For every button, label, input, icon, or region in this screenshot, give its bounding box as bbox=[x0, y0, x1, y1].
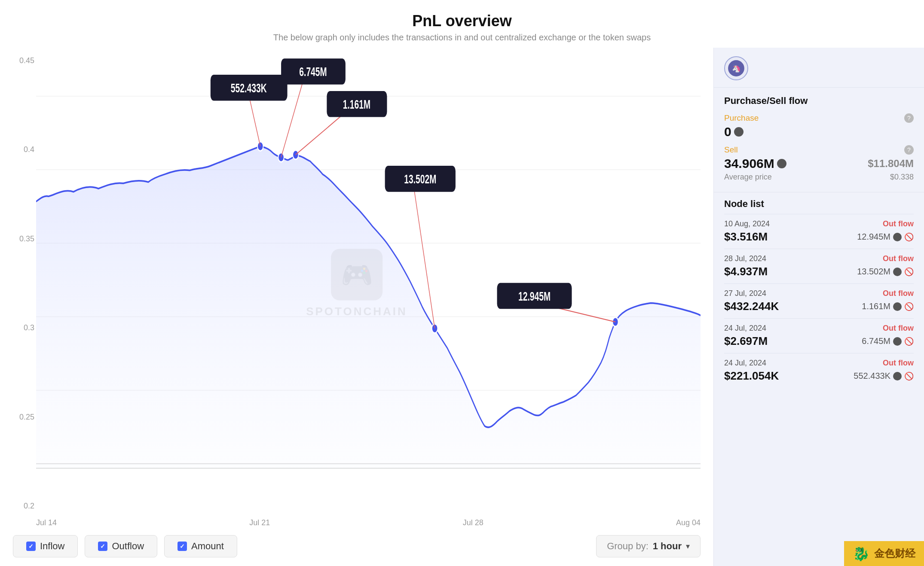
sell-token-icon bbox=[777, 159, 786, 168]
x-label-2: Jul 21 bbox=[249, 518, 270, 527]
purchase-label-row: Purchase ? bbox=[724, 113, 914, 123]
node-token-amount-0: 12.945M 🚫 bbox=[857, 232, 914, 242]
svg-text:13.502M: 13.502M bbox=[404, 172, 436, 186]
node-date-3: 24 Jul, 2024 bbox=[724, 324, 766, 333]
purchase-label: Purchase bbox=[724, 113, 759, 123]
node-hide-icon-1[interactable]: 🚫 bbox=[904, 267, 914, 277]
node-top-row-0: 10 Aug, 2024 Out flow bbox=[724, 219, 914, 228]
node-token-amount-2: 1.161M 🚫 bbox=[862, 301, 914, 311]
node-flow-type-2: Out flow bbox=[883, 289, 914, 298]
node-item: 24 Jul, 2024 Out flow $2.697M 6.745M 🚫 bbox=[724, 318, 914, 353]
token-header: 🦄 bbox=[714, 48, 924, 88]
node-token-icon-2 bbox=[893, 302, 902, 311]
token-avatar: 🦄 bbox=[724, 56, 748, 80]
outflow-checkbox[interactable]: Outflow bbox=[85, 535, 157, 557]
sell-value-row: 34.906M $11.804M bbox=[724, 156, 914, 171]
sell-value: 34.906M bbox=[724, 156, 786, 171]
purchase-token-icon bbox=[734, 127, 743, 137]
y-axis: 0.45 0.4 0.35 0.3 0.25 0.2 bbox=[13, 52, 36, 515]
sell-value-usd: $11.804M bbox=[868, 158, 914, 170]
inflow-label: Inflow bbox=[40, 541, 64, 552]
node-token-amount-1: 13.502M 🚫 bbox=[857, 267, 914, 277]
amount-label: Amount bbox=[191, 541, 224, 552]
group-by-selector[interactable]: Group by: 1 hour ▾ bbox=[596, 535, 701, 557]
inflow-checkbox[interactable]: Inflow bbox=[13, 535, 78, 557]
sell-help-icon[interactable]: ? bbox=[904, 145, 914, 155]
node-top-row-2: 27 Jul, 2024 Out flow bbox=[724, 289, 914, 298]
price-chart: 552.433K 6.745M 1.161M 13.502M 12.945M bbox=[36, 52, 701, 494]
node-list-title: Node list bbox=[724, 198, 914, 210]
page-header: PnL overview The below graph only includ… bbox=[0, 0, 924, 48]
y-label-3: 0.35 bbox=[13, 234, 34, 243]
group-by-dropdown-arrow: ▾ bbox=[686, 542, 690, 551]
node-hide-icon-4[interactable]: 🚫 bbox=[904, 371, 914, 381]
node-token-icon-1 bbox=[893, 268, 902, 276]
brand-text: 金色财经 bbox=[874, 547, 915, 560]
purchase-value: 0 bbox=[724, 125, 743, 139]
avg-price-label: Average price bbox=[724, 173, 772, 182]
node-token-value-2: 1.161M bbox=[862, 301, 890, 311]
node-token-value-1: 13.502M bbox=[857, 267, 890, 277]
purchase-card: Purchase ? 0 bbox=[724, 113, 914, 139]
node-bottom-row-4: $221.054K 552.433K 🚫 bbox=[724, 369, 914, 383]
x-label-3: Jul 28 bbox=[463, 518, 483, 527]
purchase-help-icon[interactable]: ? bbox=[904, 113, 914, 123]
chart-controls: Inflow Outflow Amount Group by: 1 hour ▾ bbox=[13, 527, 701, 566]
node-hide-icon-2[interactable]: 🚫 bbox=[904, 302, 914, 311]
node-token-value-4: 552.433K bbox=[854, 371, 890, 381]
purchase-sell-title: Purchase/Sell flow bbox=[724, 95, 914, 107]
page-subtitle: The below graph only includes the transa… bbox=[0, 33, 924, 43]
node-amount-usd-2: $432.244K bbox=[724, 300, 779, 313]
node-token-icon-0 bbox=[893, 233, 902, 241]
amount-checkbox-box bbox=[177, 542, 187, 551]
node-date-4: 24 Jul, 2024 bbox=[724, 359, 766, 368]
node-amount-usd-4: $221.054K bbox=[724, 369, 779, 383]
y-label-6: 0.2 bbox=[13, 502, 34, 511]
node-bottom-row-0: $3.516M 12.945M 🚫 bbox=[724, 230, 914, 243]
node-item: 24 Jul, 2024 Out flow $221.054K 552.433K… bbox=[724, 353, 914, 388]
x-label-4: Aug 04 bbox=[676, 518, 701, 527]
node-token-amount-4: 552.433K 🚫 bbox=[854, 371, 914, 381]
brand-bar: 🐉 金色财经 bbox=[844, 541, 924, 566]
node-top-row-3: 24 Jul, 2024 Out flow bbox=[724, 324, 914, 333]
y-label-2: 0.4 bbox=[13, 145, 34, 154]
svg-text:1.161M: 1.161M bbox=[343, 97, 370, 111]
outflow-label: Outflow bbox=[112, 541, 144, 552]
node-date-0: 10 Aug, 2024 bbox=[724, 219, 770, 228]
purchase-sell-section: Purchase/Sell flow Purchase ? 0 Sell bbox=[714, 88, 924, 192]
svg-text:552.433K: 552.433K bbox=[231, 80, 267, 94]
purchase-value-row: 0 bbox=[724, 125, 914, 139]
node-token-value-3: 6.745M bbox=[862, 336, 890, 346]
node-hide-icon-0[interactable]: 🚫 bbox=[904, 232, 914, 242]
x-label-1: Jul 14 bbox=[36, 518, 57, 527]
page-title: PnL overview bbox=[0, 12, 924, 30]
node-bottom-row-2: $432.244K 1.161M 🚫 bbox=[724, 300, 914, 313]
node-flow-type-3: Out flow bbox=[883, 324, 914, 333]
node-token-value-0: 12.945M bbox=[857, 232, 890, 242]
y-label-4: 0.3 bbox=[13, 323, 34, 332]
outflow-checkbox-box bbox=[98, 542, 107, 551]
node-item: 10 Aug, 2024 Out flow $3.516M 12.945M 🚫 bbox=[724, 214, 914, 249]
node-list-container: 10 Aug, 2024 Out flow $3.516M 12.945M 🚫 … bbox=[724, 214, 914, 388]
svg-text:🦄: 🦄 bbox=[732, 64, 741, 73]
node-top-row-1: 28 Jul, 2024 Out flow bbox=[724, 254, 914, 263]
group-by-value: 1 hour bbox=[653, 541, 682, 552]
node-token-icon-4 bbox=[893, 372, 902, 380]
node-token-icon-3 bbox=[893, 337, 902, 346]
node-bottom-row-1: $4.937M 13.502M 🚫 bbox=[724, 265, 914, 278]
chart-container: 0.45 0.4 0.35 0.3 0.25 0.2 bbox=[13, 52, 701, 515]
node-amount-usd-3: $2.697M bbox=[724, 335, 768, 348]
sell-card: Sell ? 34.906M $11.804M Average price $0… bbox=[724, 145, 914, 182]
avg-price-value: $0.338 bbox=[890, 173, 914, 182]
brand-logo: 🐉 bbox=[853, 545, 870, 562]
node-token-amount-3: 6.745M 🚫 bbox=[862, 336, 914, 346]
sell-label-row: Sell ? bbox=[724, 145, 914, 155]
node-date-2: 27 Jul, 2024 bbox=[724, 289, 766, 298]
chart-area: 0.45 0.4 0.35 0.3 0.25 0.2 bbox=[0, 48, 713, 566]
amount-checkbox[interactable]: Amount bbox=[164, 535, 237, 557]
y-label-5: 0.25 bbox=[13, 413, 34, 422]
node-hide-icon-3[interactable]: 🚫 bbox=[904, 337, 914, 346]
node-flow-type-4: Out flow bbox=[883, 359, 914, 368]
node-amount-usd-1: $4.937M bbox=[724, 265, 768, 278]
node-item: 28 Jul, 2024 Out flow $4.937M 13.502M 🚫 bbox=[724, 249, 914, 283]
